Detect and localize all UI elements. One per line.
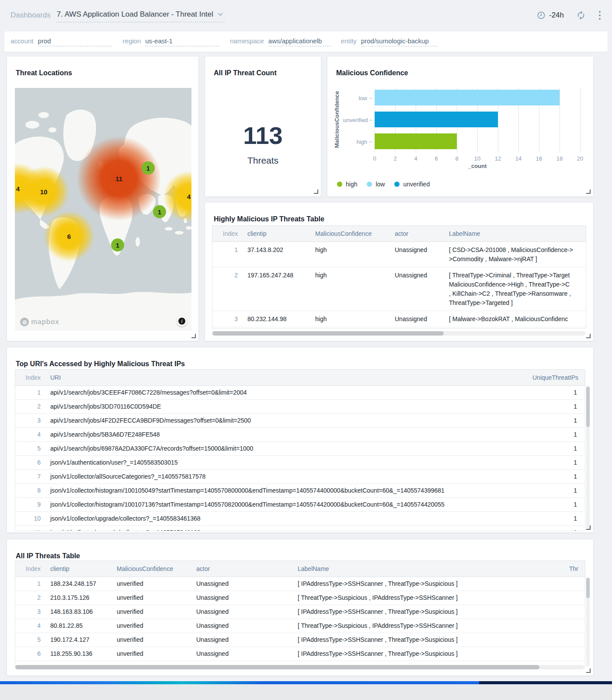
threat-count-unit: Threats <box>205 155 321 166</box>
panel-title: Highly Malicious IP Threats Table <box>214 215 324 223</box>
column-header-uri: URI <box>50 374 532 381</box>
legend-label: unverified <box>403 181 430 188</box>
cell-uri: json/v1/collector/allSourceCategories?_=… <box>50 470 532 483</box>
cell-index: 7 <box>15 470 50 483</box>
x-axis-tick-label: 12 <box>495 155 501 162</box>
bar-high[interactable] <box>375 133 457 149</box>
cell-thr <box>569 619 585 623</box>
map-cluster-marker[interactable]: 11 <box>77 137 160 220</box>
filter-value-input[interactable]: prod/sumologic-backup <box>361 37 438 46</box>
all-ip-threats-table: IndexclientipMaliciousConfidenceactorLab… <box>15 560 585 667</box>
map-cluster-count: 1 <box>116 242 119 249</box>
column-header-clientip: clientip <box>247 230 315 237</box>
breadcrumb[interactable]: Dashboards <box>10 11 51 20</box>
filter-value-input[interactable]: aws/applicationelb <box>268 37 330 46</box>
cell-index: 4 <box>212 327 247 329</box>
cell-uri: json/v1/authentication/user?_=1405583503… <box>50 456 532 469</box>
highly-malicious-table: IndexclientipMaliciousConfidenceactorLab… <box>212 225 586 329</box>
cell-index: 6 <box>15 647 50 660</box>
panel-all-ip-table: All IP Threats Table IndexclientipMalici… <box>7 539 594 676</box>
cell-confidence: high <box>315 267 395 283</box>
cell-clientip: 197.165.247.248 <box>247 267 315 283</box>
cell-count: 1 <box>532 386 585 399</box>
map-cluster-marker[interactable]: 1 <box>111 238 124 252</box>
horizontal-scrollbar[interactable] <box>15 665 584 669</box>
filter-value-input[interactable]: prod <box>38 37 112 46</box>
bar-unverified[interactable] <box>375 112 498 127</box>
table-row: 9json/v1/collector/histogram/100107136?s… <box>15 498 585 512</box>
mapbox-logo-icon: ◎ <box>20 318 29 326</box>
horizontal-scrollbar[interactable] <box>212 331 585 336</box>
scrollbar-thumb[interactable] <box>586 387 590 427</box>
cell-confidence: high <box>315 327 395 329</box>
dashboard-title-dropdown[interactable]: 7. AWS Application Load Balancer - Threa… <box>56 8 225 22</box>
map-cluster-marker[interactable]: 1 <box>142 161 155 175</box>
bar-low[interactable] <box>375 90 560 105</box>
panel-title: Malicious Confidence <box>336 69 408 77</box>
table-row: 6118.255.90.136unverifiedUnassigned[ IPA… <box>15 647 585 661</box>
vertical-scrollbar[interactable] <box>586 577 590 666</box>
scrollbar-thumb[interactable] <box>212 331 444 336</box>
cell-index: 6 <box>15 456 50 469</box>
cell-thr <box>569 661 585 665</box>
map-cluster-count: 1 <box>146 164 150 172</box>
table-row: 6json/v1/authentication/user?_=140558350… <box>15 456 585 470</box>
cell-uri: json/v1/collector/upgrade/collectors?_=1… <box>50 526 532 531</box>
cell-count: 1 <box>532 526 585 531</box>
table-row: 480.81.22.85unverifiedUnassigned[ Threat… <box>15 619 585 633</box>
cell-label: [ Malware->BozokRAT , MaliciousConfidenc <box>449 311 586 327</box>
panel-resize-handle[interactable] <box>586 668 591 673</box>
panel-resize-handle[interactable] <box>191 334 196 338</box>
cell-confidence: high <box>315 311 395 327</box>
cell-index: 1 <box>15 577 50 590</box>
table-body: 137.143.8.202highUnassigned[ CSD->CSA-20… <box>212 242 586 329</box>
y-axis-tick-label: low <box>343 87 372 109</box>
vertical-scrollbar[interactable] <box>586 386 590 529</box>
map-cluster-marker[interactable]: 4 <box>163 171 191 222</box>
cell-index: 5 <box>15 633 50 646</box>
table-row: 2api/v1/search/jobs/3DD70116C0D594DE1 <box>15 400 585 414</box>
cell-confidence: unverified <box>117 647 196 660</box>
cell-confidence: high <box>315 242 395 258</box>
cell-count: 1 <box>532 442 585 455</box>
x-axis-tick-label: 8 <box>455 155 458 162</box>
more-options-icon[interactable] <box>598 10 602 21</box>
panel-threat-locations: Threat Locations <box>7 56 199 341</box>
x-axis-tick-label: 0 <box>373 155 376 162</box>
filter-value-input[interactable]: us-east-1 <box>145 37 219 46</box>
x-axis-tick-label: 10 <box>474 155 480 162</box>
scrollbar-thumb[interactable] <box>586 578 590 598</box>
table-row: 2210.3.175.126unverifiedUnassigned[ Thre… <box>15 591 585 605</box>
map-cluster-count: 4 <box>187 193 191 200</box>
panel-threat-count: All IP Threat Count 113 Threats <box>205 56 321 197</box>
map-cluster-marker[interactable]: 6 <box>43 210 95 262</box>
panel-resize-handle[interactable] <box>586 334 591 338</box>
cell-count: 1 <box>532 512 585 525</box>
panel-resize-handle[interactable] <box>314 189 318 194</box>
cell-label: [ IPAddressType->SSHScanner , ThreatType… <box>298 577 569 590</box>
table-row: 8json/v1/collector/histogram/100105049?s… <box>15 484 585 498</box>
map-info-button[interactable]: i <box>177 316 187 326</box>
table-row: 4179.191.250.76highUnassigned[ CSD->CSA-… <box>212 327 586 329</box>
column-header-count: UniqueThreatIPs <box>532 374 585 381</box>
map-cluster-marker[interactable]: 10 <box>18 166 70 217</box>
cell-count: 1 <box>532 470 585 483</box>
top-uris-table: IndexURIUniqueThreatIPs 1api/v1/search/j… <box>15 369 585 531</box>
cell-clientip: 80.81.22.85 <box>50 619 117 632</box>
time-range-control[interactable]: -24h <box>537 11 564 20</box>
mapbox-attribution[interactable]: ◎ mapbox <box>20 318 59 326</box>
refresh-icon[interactable] <box>576 10 586 20</box>
cell-confidence: unverified <box>117 591 196 604</box>
scrollbar-thumb[interactable] <box>15 665 539 669</box>
panel-resize-handle[interactable] <box>586 525 591 530</box>
threat-map[interactable]: ◎ mapbox i 4101114161 <box>15 88 191 331</box>
column-header-confidence: MaliciousConfidence <box>315 230 395 237</box>
map-cluster-marker[interactable]: 1 <box>153 205 166 218</box>
clock-icon <box>537 11 546 20</box>
cell-index: 1 <box>15 386 50 399</box>
legend-item: high <box>337 181 357 188</box>
panel-resize-handle[interactable] <box>586 189 591 194</box>
cell-index: 4 <box>15 619 50 632</box>
x-axis-tick-label: 14 <box>515 155 522 162</box>
time-range-value: -24h <box>549 11 564 20</box>
